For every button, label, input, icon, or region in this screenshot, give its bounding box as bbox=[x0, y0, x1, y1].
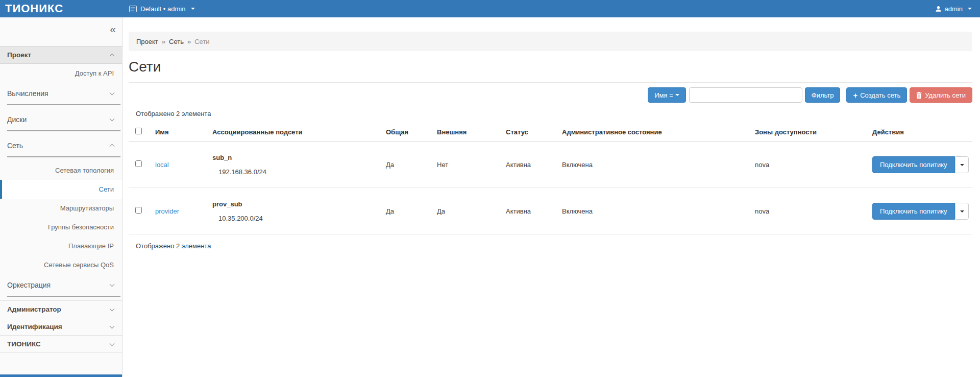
caret-down-icon bbox=[960, 210, 964, 213]
sidebar: « Проект Доступ к API Вычисления Диски С… bbox=[0, 17, 122, 377]
sidebar-collapse-button[interactable]: « bbox=[110, 23, 116, 34]
column-header-status[interactable]: Статус bbox=[502, 123, 558, 142]
sidebar-item-label: Плавающие IP bbox=[68, 242, 114, 250]
networks-table-panel: Имя = Фильтр + Создать сеть Удалить сети… bbox=[129, 82, 972, 250]
column-header-admin-state[interactable]: Административное состояние bbox=[558, 123, 751, 142]
sidebar-item-api-access[interactable]: Доступ к API bbox=[0, 64, 122, 83]
subnet-name: prov_sub bbox=[212, 200, 378, 208]
sidebar-section-admin[interactable]: Администратор bbox=[0, 300, 122, 318]
column-header-availability-zones[interactable]: Зоны доступности bbox=[751, 123, 868, 142]
domain-project-switcher[interactable]: Default • admin bbox=[122, 5, 935, 13]
brand-logo: ТИОНИКС bbox=[0, 0, 122, 17]
row-actions-dropdown-toggle[interactable] bbox=[955, 156, 969, 173]
column-header-shared[interactable]: Общая bbox=[382, 123, 433, 142]
create-network-button[interactable]: + Создать сеть bbox=[846, 87, 907, 103]
subnet-name: sub_n bbox=[212, 154, 378, 161]
sidebar-group-compute[interactable]: Вычисления bbox=[0, 83, 122, 105]
network-link[interactable]: provider bbox=[155, 207, 179, 215]
sidebar-section-tionix[interactable]: ТИОНИКС bbox=[0, 335, 122, 353]
table-row: provider prov_sub 10.35.200.0/24 Да Да А… bbox=[129, 188, 972, 234]
table-header-row: Имя Ассоциированные подсети Общая Внешня… bbox=[129, 123, 972, 142]
sidebar-item-label: Сетевая топология bbox=[55, 167, 114, 174]
plus-icon: + bbox=[853, 91, 857, 99]
sidebar-item-security-groups[interactable]: Группы безопасности bbox=[0, 218, 122, 237]
sidebar-item-label: Сетевые сервисы QoS bbox=[44, 261, 114, 269]
networks-table: Имя Ассоциированные подсети Общая Внешня… bbox=[129, 123, 972, 234]
breadcrumb-network[interactable]: Сеть bbox=[169, 38, 184, 45]
caret-down-icon bbox=[960, 164, 964, 166]
column-header-actions: Действия bbox=[868, 123, 972, 142]
chevron-up-icon bbox=[110, 54, 115, 59]
delete-networks-button[interactable]: Удалить сети bbox=[910, 87, 972, 103]
filter-field-dropdown[interactable]: Имя = bbox=[648, 87, 686, 103]
cell-availability-zones: nova bbox=[751, 142, 868, 188]
user-name: admin bbox=[945, 5, 963, 13]
sidebar-group-network[interactable]: Сеть bbox=[0, 135, 122, 157]
sidebar-section-identity[interactable]: Идентификация bbox=[0, 318, 122, 336]
breadcrumb-project[interactable]: Проект bbox=[136, 38, 158, 45]
sidebar-group-volumes[interactable]: Диски bbox=[0, 109, 122, 131]
sidebar-item-network-qos[interactable]: Сетевые сервисы QoS bbox=[0, 255, 122, 274]
breadcrumb-current: Сети bbox=[194, 38, 209, 45]
sidebar-group-orchestration[interactable]: Оркестрация bbox=[0, 274, 122, 297]
chevron-up-icon bbox=[110, 144, 115, 149]
subnet-cidr: 192.168.36.0/24 bbox=[218, 168, 378, 176]
chevron-down-icon bbox=[110, 307, 115, 312]
cell-availability-zones: nova bbox=[751, 188, 868, 234]
sidebar-item-label: Сети bbox=[99, 185, 114, 193]
column-header-name[interactable]: Имя bbox=[151, 123, 208, 142]
sidebar-group-label: Диски bbox=[7, 115, 27, 124]
breadcrumb-separator: » bbox=[162, 38, 165, 45]
attach-policy-button[interactable]: Подключить политику bbox=[872, 203, 955, 220]
sidebar-section-label: Администратор bbox=[7, 305, 61, 313]
chevron-down-icon bbox=[110, 341, 115, 346]
row-checkbox[interactable] bbox=[135, 160, 142, 167]
sidebar-section-project[interactable]: Проект bbox=[0, 46, 122, 64]
user-menu[interactable]: admin bbox=[935, 5, 980, 13]
cell-admin-state: Включена bbox=[558, 188, 751, 234]
cell-shared: Да bbox=[382, 188, 433, 234]
caret-down-icon bbox=[675, 94, 679, 96]
cell-external: Нет bbox=[433, 142, 502, 188]
sidebar-item-label: Доступ к API bbox=[75, 69, 114, 77]
cell-shared: Да bbox=[382, 142, 433, 188]
filter-button[interactable]: Фильтр bbox=[805, 87, 841, 103]
sidebar-item-networks[interactable]: Сети bbox=[0, 180, 122, 199]
select-all-checkbox[interactable] bbox=[135, 128, 142, 134]
table-row: local sub_n 192.168.36.0/24 Да Нет Актив… bbox=[129, 142, 972, 188]
row-checkbox[interactable] bbox=[135, 207, 142, 214]
chevron-down-icon bbox=[110, 282, 115, 287]
cell-status: Активна bbox=[502, 142, 558, 188]
filter-input[interactable] bbox=[689, 87, 802, 103]
column-header-subnets[interactable]: Ассоциированные подсети bbox=[208, 123, 382, 142]
caret-down-icon bbox=[191, 8, 195, 10]
menu-list-icon bbox=[129, 6, 137, 12]
sidebar-section-label: ТИОНИКС bbox=[7, 340, 41, 348]
sidebar-item-label: Группы безопасности bbox=[48, 223, 114, 231]
network-link[interactable]: local bbox=[155, 161, 169, 169]
trash-icon bbox=[916, 92, 922, 99]
sidebar-group-label: Сеть bbox=[7, 142, 23, 150]
row-actions-dropdown-toggle[interactable] bbox=[955, 203, 969, 220]
column-header-external[interactable]: Внешняя bbox=[433, 123, 502, 142]
subnet-cidr: 10.35.200.0/24 bbox=[218, 215, 378, 222]
sidebar-item-network-topology[interactable]: Сетевая топология bbox=[0, 161, 122, 180]
cell-external: Да bbox=[433, 188, 502, 234]
chevron-down-icon bbox=[110, 116, 115, 122]
user-icon bbox=[935, 6, 942, 12]
cell-status: Активна bbox=[502, 188, 558, 234]
sidebar-item-floating-ips[interactable]: Плавающие IP bbox=[0, 237, 122, 255]
sidebar-footer-bar bbox=[0, 374, 122, 377]
sidebar-section-label: Идентификация bbox=[7, 323, 62, 331]
filter-field-label: Имя = bbox=[654, 91, 673, 99]
table-toolbar: Имя = Фильтр + Создать сеть Удалить сети bbox=[129, 83, 972, 103]
sidebar-section-label: Проект bbox=[7, 51, 31, 59]
chevron-down-icon bbox=[110, 90, 115, 96]
page-title: Сети bbox=[129, 59, 972, 75]
cell-admin-state: Включена bbox=[558, 142, 751, 188]
sidebar-item-routers[interactable]: Маршрутизаторы bbox=[0, 199, 122, 218]
attach-policy-button[interactable]: Подключить политику bbox=[872, 156, 955, 173]
sidebar-group-label: Вычисления bbox=[7, 89, 48, 98]
shown-count-bottom: Отображено 2 элемента bbox=[129, 242, 972, 250]
top-header: ТИОНИКС Default • admin admin bbox=[0, 0, 980, 17]
